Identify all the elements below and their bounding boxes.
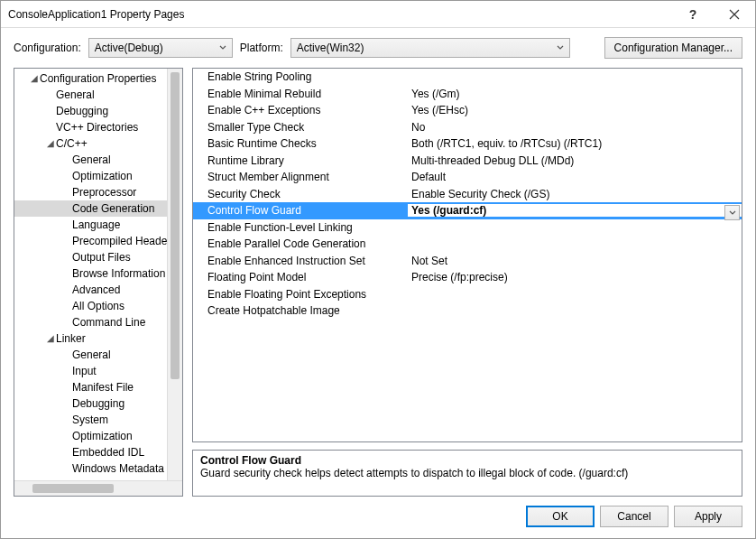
property-name: Struct Member Alignment [193, 171, 408, 183]
property-name: Create Hotpatchable Image [193, 304, 408, 317]
tree-item[interactable]: Output Files [14, 249, 182, 265]
property-name: Enable Parallel Code Generation [193, 237, 408, 250]
property-value-dropdown[interactable] [724, 205, 740, 220]
close-button[interactable] [714, 1, 755, 28]
window-title: ConsoleApplication1 Property Pages [8, 8, 672, 21]
nav-tree-body[interactable]: ◢Configuration PropertiesGeneralDebuggin… [14, 69, 182, 496]
property-row[interactable]: Enable Minimal RebuildYes (/Gm) [193, 86, 742, 103]
property-row[interactable]: Struct Member AlignmentDefault [193, 169, 742, 186]
property-row[interactable]: Runtime LibraryMulti-threaded Debug DLL … [193, 153, 742, 170]
property-row[interactable]: Basic Runtime ChecksBoth (/RTC1, equiv. … [193, 135, 742, 153]
tree-item[interactable]: All Options [14, 298, 182, 314]
property-name: Security Check [193, 188, 408, 200]
tree-item[interactable]: Command Line [14, 314, 182, 330]
tree-item-label: General [72, 347, 111, 363]
configuration-value: Active(Debug) [95, 42, 163, 54]
configuration-manager-button[interactable]: Configuration Manager... [604, 37, 742, 59]
tree-item[interactable]: Preprocessor [14, 184, 182, 200]
property-value[interactable]: Enable Security Check (/GS) [408, 188, 742, 200]
tree-item[interactable]: Debugging [14, 395, 182, 412]
tree-item-label: Advanced [72, 282, 120, 298]
property-value[interactable]: Yes (/Gm) [408, 88, 742, 100]
description-panel: Control Flow Guard Guard security check … [192, 450, 742, 497]
tree-item[interactable]: Precompiled Headers [14, 233, 182, 249]
tree-item[interactable]: Windows Metadata [14, 460, 182, 477]
tree-item-label: Windows Metadata [72, 460, 164, 477]
tree-item[interactable]: Debugging [14, 103, 182, 119]
property-row[interactable]: Enable String Pooling [193, 69, 742, 86]
property-value[interactable]: Yes (/EHsc) [408, 104, 742, 116]
tree-item[interactable]: System [14, 412, 182, 428]
tree-item[interactable]: Embedded IDL [14, 444, 182, 460]
tree-item-label: Debugging [56, 103, 108, 119]
tree-item-label: Debugging [72, 395, 124, 412]
apply-button[interactable]: Apply [674, 506, 742, 527]
tree-item[interactable]: ◢Linker [14, 330, 182, 347]
property-row[interactable]: Enable Enhanced Instruction SetNot Set [193, 253, 742, 270]
tree-item[interactable]: General [14, 152, 182, 168]
property-value[interactable]: Yes (/guard:cf) [408, 204, 742, 217]
property-value[interactable]: Multi-threaded Debug DLL (/MDd) [408, 154, 742, 167]
tree-item-label: Input [72, 363, 97, 379]
property-value[interactable]: Not Set [408, 255, 742, 267]
tree-item-label: All Options [72, 298, 124, 314]
tree-item[interactable]: General [14, 87, 182, 103]
tree-item[interactable]: Optimization [14, 428, 182, 444]
tree-item[interactable]: Input [14, 363, 182, 379]
config-bar: Configuration: Active(Debug) Platform: A… [1, 28, 755, 68]
property-name: Control Flow Guard [193, 204, 408, 217]
tree-item-label: Precompiled Headers [72, 233, 176, 249]
tree-collapse-icon[interactable]: ◢ [45, 330, 56, 347]
property-name: Enable C++ Exceptions [193, 104, 408, 116]
tree-item[interactable]: ◢Configuration Properties [14, 70, 182, 87]
description-title: Control Flow Guard [200, 454, 734, 467]
tree-item[interactable]: General [14, 347, 182, 363]
configuration-label: Configuration: [14, 42, 81, 54]
property-name: Enable Function-Level Linking [193, 221, 408, 234]
tree-item-label: C/C++ [56, 135, 88, 152]
platform-value: Active(Win32) [297, 42, 364, 54]
tree-item-label: Command Line [72, 314, 145, 330]
tree-item-label: VC++ Directories [56, 119, 138, 135]
tree-item[interactable]: Code Generation [14, 200, 182, 217]
property-name: Enable String Pooling [193, 70, 408, 83]
property-row[interactable]: Security CheckEnable Security Check (/GS… [193, 186, 742, 203]
titlebar: ConsoleApplication1 Property Pages ? [1, 1, 755, 28]
tree-item[interactable]: Optimization [14, 168, 182, 184]
tree-collapse-icon[interactable]: ◢ [45, 135, 56, 152]
tree-item[interactable]: Browse Information [14, 265, 182, 282]
property-name: Floating Point Model [193, 271, 408, 283]
platform-label: Platform: [240, 42, 283, 54]
ok-button[interactable]: OK [526, 506, 595, 527]
tree-item[interactable]: Language [14, 217, 182, 233]
property-value[interactable]: Precise (/fp:precise) [408, 271, 742, 283]
tree-item[interactable]: Manifest File [14, 379, 182, 395]
property-value[interactable]: Both (/RTC1, equiv. to /RTCsu) (/RTC1) [408, 137, 742, 150]
nav-tree: ◢Configuration PropertiesGeneralDebuggin… [14, 68, 183, 497]
tree-item-label: Output Files [72, 249, 131, 265]
property-row[interactable]: Enable Parallel Code Generation [193, 236, 742, 253]
tree-item[interactable]: VC++ Directories [14, 119, 182, 135]
property-grid: Enable String PoolingEnable Minimal Rebu… [192, 68, 742, 442]
property-row[interactable]: Floating Point ModelPrecise (/fp:precise… [193, 269, 742, 286]
tree-collapse-icon[interactable]: ◢ [29, 70, 40, 87]
tree-horizontal-scrollbar[interactable] [14, 480, 182, 496]
property-row[interactable]: Control Flow GuardYes (/guard:cf) [193, 202, 742, 219]
property-row[interactable]: Enable Floating Point Exceptions [193, 286, 742, 303]
property-row[interactable]: Create Hotpatchable Image [193, 302, 742, 320]
property-grid-body[interactable]: Enable String PoolingEnable Minimal Rebu… [193, 69, 742, 320]
tree-item[interactable]: Advanced [14, 282, 182, 298]
property-row[interactable]: Enable C++ ExceptionsYes (/EHsc) [193, 102, 742, 119]
cancel-button[interactable]: Cancel [600, 506, 668, 527]
description-body: Guard security check helps detect attemp… [200, 467, 734, 479]
help-button[interactable]: ? [672, 1, 714, 28]
tree-vertical-scrollbar[interactable] [167, 69, 182, 480]
property-value[interactable]: No [408, 121, 742, 134]
property-row[interactable]: Smaller Type CheckNo [193, 119, 742, 136]
tree-item[interactable]: ◢C/C++ [14, 135, 182, 152]
configuration-dropdown[interactable]: Active(Debug) [88, 38, 233, 58]
property-name: Runtime Library [193, 154, 408, 167]
platform-dropdown[interactable]: Active(Win32) [290, 38, 570, 58]
property-value[interactable]: Default [408, 171, 742, 183]
property-row[interactable]: Enable Function-Level Linking [193, 219, 742, 237]
